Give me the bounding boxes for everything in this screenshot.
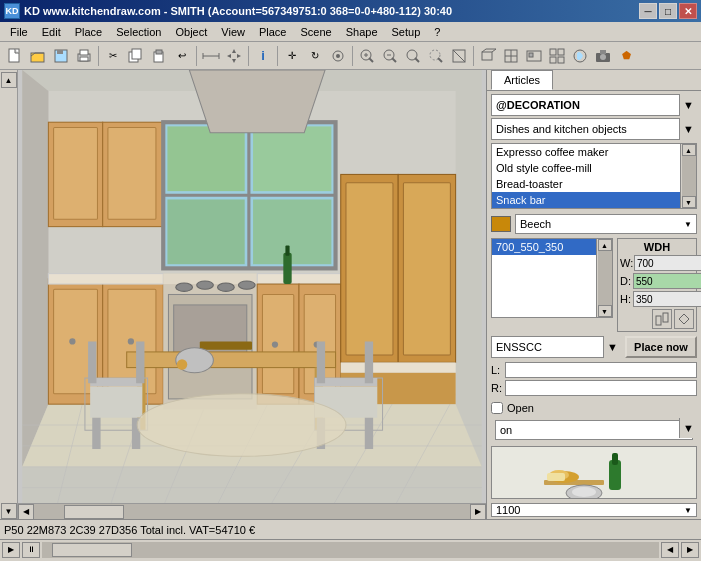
tb-view3d[interactable] (477, 45, 499, 67)
subcategory-dropdown-arrow[interactable]: ▼ (679, 118, 697, 140)
open-checkbox[interactable] (491, 402, 503, 414)
tb-highlight[interactable]: ⬟ (615, 45, 637, 67)
close-button[interactable]: ✕ (679, 3, 697, 19)
list-item-2[interactable]: Old style coffee-mill (492, 160, 696, 176)
tb-camera[interactable] (592, 45, 614, 67)
wdh-icon2[interactable] (674, 309, 694, 329)
list-item-3[interactable]: Bread-toaster (492, 176, 696, 192)
h-label: H: (620, 293, 631, 305)
menu-file[interactable]: File (4, 24, 34, 40)
h-row: H: (620, 291, 694, 307)
tb-render[interactable] (569, 45, 591, 67)
sep4 (277, 46, 278, 66)
taskbar-btn4[interactable]: ▶ (681, 542, 699, 558)
code-dropdown[interactable]: ENSSCC (491, 336, 621, 358)
left-arrow-down[interactable]: ▼ (1, 503, 17, 519)
svg-point-72 (128, 338, 134, 344)
color-dropdown[interactable]: Beech (515, 214, 697, 234)
maximize-button[interactable]: □ (659, 3, 677, 19)
taskbar-thumb[interactable] (52, 543, 132, 557)
tb-copy[interactable] (125, 45, 147, 67)
tb-print[interactable] (73, 45, 95, 67)
list-item-5[interactable]: Chopping board (492, 208, 696, 209)
place-now-button[interactable]: Place now (625, 336, 697, 358)
left-arrow-up[interactable]: ▲ (1, 72, 17, 88)
d-row: D: (620, 273, 694, 289)
r-input[interactable] (505, 380, 697, 396)
taskbar-btn1[interactable]: ▶ (2, 542, 20, 558)
tb-view-plan[interactable] (523, 45, 545, 67)
tb-view4[interactable] (546, 45, 568, 67)
tb-move[interactable] (223, 45, 245, 67)
category-dropdown[interactable]: @DECORATION (491, 94, 697, 116)
minimize-button[interactable]: ─ (639, 3, 657, 19)
menu-view[interactable]: View (215, 24, 251, 40)
dimensions-panel: 700_550_350 ▲ ▼ WDH W: D: (491, 238, 697, 332)
articles-tab[interactable]: Articles (491, 70, 553, 90)
dim-item-1[interactable]: 700_550_350 (492, 239, 612, 255)
dim-scroll-down[interactable]: ▼ (598, 305, 612, 317)
taskbar-btn2[interactable]: ⏸ (22, 542, 40, 558)
h-input[interactable] (633, 291, 701, 307)
svg-rect-73 (48, 274, 163, 284)
wdh-icon1[interactable] (652, 309, 672, 329)
scroll-left[interactable]: ◀ (18, 504, 34, 520)
tb-open[interactable] (27, 45, 49, 67)
number-field: 1100 ▼ (491, 503, 697, 517)
tb-zoomin[interactable] (356, 45, 378, 67)
on-dropdown[interactable]: on (495, 420, 693, 440)
tb-info[interactable]: i (252, 45, 274, 67)
menu-selection[interactable]: Selection (110, 24, 167, 40)
tb-rotate[interactable]: ↻ (304, 45, 326, 67)
tb-view2d[interactable] (500, 45, 522, 67)
svg-rect-5 (80, 50, 88, 55)
tb-paste[interactable] (148, 45, 170, 67)
sep5 (352, 46, 353, 66)
dim-list: 700_550_350 ▲ ▼ (491, 238, 613, 318)
number-field-arrows[interactable]: ▼ (684, 506, 692, 515)
menu-scene[interactable]: Scene (294, 24, 337, 40)
menu-setup[interactable]: Setup (386, 24, 427, 40)
menu-shape[interactable]: Shape (340, 24, 384, 40)
svg-rect-44 (550, 57, 556, 63)
svg-rect-82 (257, 274, 341, 284)
tb-zoom1[interactable] (402, 45, 424, 67)
tb-zoom2[interactable] (425, 45, 447, 67)
d-input[interactable] (633, 273, 701, 289)
svg-marker-110 (189, 70, 325, 133)
subcategory-dropdown[interactable]: Dishes and kitchen objects (491, 118, 697, 140)
tb-undo[interactable]: ↩ (171, 45, 193, 67)
svg-rect-3 (57, 50, 63, 54)
menu-place2[interactable]: Place (253, 24, 293, 40)
viewport[interactable]: ◀ ▶ (18, 70, 486, 519)
w-input[interactable] (634, 255, 701, 271)
list-scroll-up[interactable]: ▲ (682, 144, 696, 156)
tb-save[interactable] (50, 45, 72, 67)
tb-cut[interactable]: ✂ (102, 45, 124, 67)
taskbar-btn3[interactable]: ◀ (661, 542, 679, 558)
on-dropdown-arrow[interactable]: ▼ (679, 418, 697, 438)
tb-dims[interactable] (200, 45, 222, 67)
tb-crosshair[interactable]: ✛ (281, 45, 303, 67)
menu-place[interactable]: Place (69, 24, 109, 40)
tb-new[interactable] (4, 45, 26, 67)
menu-object[interactable]: Object (170, 24, 214, 40)
status-text: P50 22M873 2C39 27D356 Total incl. VAT=5… (4, 524, 255, 536)
list-item-snackbar[interactable]: Snack bar (492, 192, 696, 208)
list-item-1[interactable]: Expresso coffee maker (492, 144, 696, 160)
tb-snap[interactable] (327, 45, 349, 67)
scroll-right[interactable]: ▶ (470, 504, 486, 520)
code-dropdown-arrow[interactable]: ▼ (603, 336, 621, 358)
right-panel: Articles @DECORATION ▼ Dishes and kitche… (486, 70, 701, 519)
list-scrollbar[interactable]: ▲ ▼ (680, 144, 696, 208)
tb-pan[interactable] (448, 45, 470, 67)
l-input[interactable] (505, 362, 697, 378)
tb-zoomout[interactable] (379, 45, 401, 67)
menu-edit[interactable]: Edit (36, 24, 67, 40)
list-scroll-down[interactable]: ▼ (682, 196, 696, 208)
menu-help[interactable]: ? (428, 24, 446, 40)
dim-scrollbar[interactable]: ▲ ▼ (596, 239, 612, 317)
on-dropdown-wrapper: on ▼ (491, 418, 697, 442)
category-dropdown-arrow[interactable]: ▼ (679, 94, 697, 116)
dim-scroll-up[interactable]: ▲ (598, 239, 612, 251)
